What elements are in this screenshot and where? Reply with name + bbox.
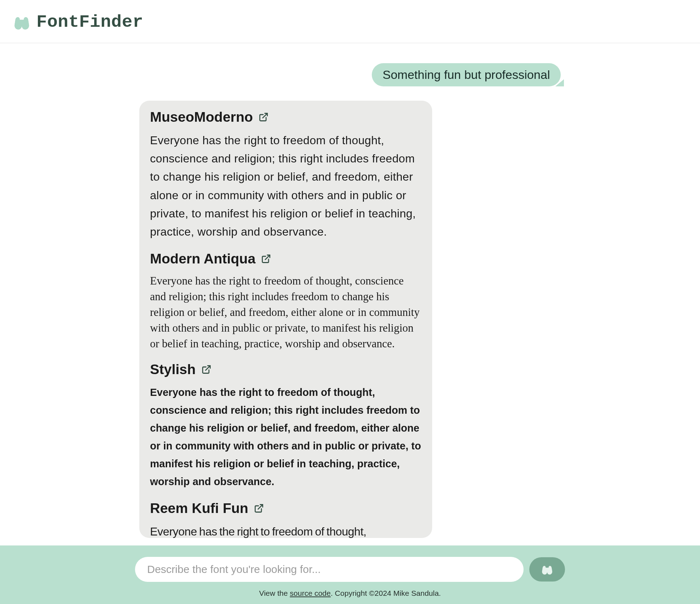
app-header: FontFinder <box>0 0 700 43</box>
font-name: Modern Antiqua <box>150 251 255 267</box>
font-result: MuseoModerno Everyone has the right to f… <box>150 109 421 241</box>
font-result: Stylish Everyone has the right to freedo… <box>150 362 421 490</box>
font-title-row: Modern Antiqua <box>150 251 421 267</box>
main-content: Something fun but professional MuseoMode… <box>0 43 700 558</box>
external-link-icon[interactable] <box>259 112 269 122</box>
footer-view-prefix: View the <box>259 589 290 597</box>
font-sample-text: Everyone has the right to freedom of tho… <box>150 523 421 538</box>
search-button[interactable] <box>529 557 565 582</box>
font-title-row: MuseoModerno <box>150 109 421 125</box>
font-sample-text: Everyone has the right to freedom of tho… <box>150 131 421 241</box>
font-search-input[interactable] <box>135 557 524 582</box>
svg-line-3 <box>265 255 270 260</box>
assistant-reply-row: MuseoModerno Everyone has the right to f… <box>139 101 561 538</box>
svg-line-5 <box>258 505 263 509</box>
search-row <box>0 557 700 582</box>
external-link-icon[interactable] <box>201 364 211 374</box>
svg-line-2 <box>263 114 268 118</box>
font-sample-text: Everyone has the right to freedom of tho… <box>150 384 421 490</box>
font-result: Reem Kufi Fun Everyone has the right to … <box>150 500 421 538</box>
font-sample-text: Everyone has the right to freedom of tho… <box>150 273 421 352</box>
conversation-column: Something fun but professional MuseoMode… <box>139 63 561 538</box>
font-title-row: Reem Kufi Fun <box>150 500 421 516</box>
source-code-link[interactable]: source code <box>290 589 331 597</box>
user-message-row: Something fun but professional <box>139 63 561 86</box>
svg-line-4 <box>206 366 210 371</box>
font-title-row: Stylish <box>150 362 421 377</box>
binoculars-icon <box>12 12 31 32</box>
footer-copyright: . Copyright ©2024 Mike Sandula. <box>331 589 441 597</box>
binoculars-icon <box>540 563 554 576</box>
footer-text: View the source code. Copyright ©2024 Mi… <box>0 589 700 598</box>
font-result: Modern Antiqua Everyone has the right to… <box>150 251 421 352</box>
user-message-bubble: Something fun but professional <box>372 63 561 86</box>
brand-title: FontFinder <box>36 12 143 32</box>
font-results-card: MuseoModerno Everyone has the right to f… <box>139 101 432 538</box>
external-link-icon[interactable] <box>254 503 264 513</box>
external-link-icon[interactable] <box>261 254 271 264</box>
font-name: MuseoModerno <box>150 109 253 125</box>
font-name: Stylish <box>150 362 196 377</box>
footer-bar: View the source code. Copyright ©2024 Mi… <box>0 545 700 604</box>
font-name: Reem Kufi Fun <box>150 500 248 516</box>
